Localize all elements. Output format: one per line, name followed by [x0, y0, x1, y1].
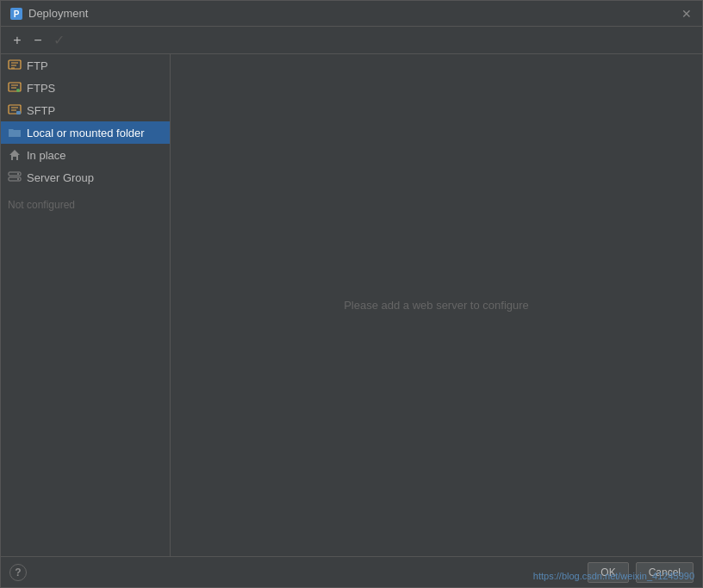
bottom-bar: ? OK Cancel [1, 556, 702, 587]
home-icon [8, 148, 22, 162]
sidebar-item-ftps[interactable]: FTPS [1, 77, 170, 99]
sidebar-item-ftp[interactable]: FTP [1, 54, 170, 77]
svg-rect-13 [16, 111, 21, 115]
bottom-left: ? [9, 564, 27, 581]
svg-point-9 [16, 89, 20, 92]
ftps-icon [8, 81, 22, 95]
ftp-icon [8, 59, 22, 72]
close-button[interactable]: ✕ [680, 7, 694, 21]
app-icon: P [9, 7, 23, 21]
sidebar-item-sftp[interactable]: SFTP [1, 99, 170, 121]
deployment-window: P Deployment ✕ + − ✓ [0, 0, 703, 588]
title-bar-left: P Deployment [9, 7, 88, 21]
sidebar-item-in-place[interactable]: In place [1, 144, 170, 166]
in-place-label: In place [27, 149, 66, 162]
main-content: FTP FTPS [1, 54, 702, 556]
window-title: Deployment [28, 7, 88, 20]
svg-point-17 [17, 173, 19, 175]
help-button[interactable]: ? [9, 564, 27, 581]
remove-button[interactable]: − [28, 31, 47, 50]
ok-button[interactable]: OK [588, 562, 628, 583]
svg-text:P: P [14, 9, 20, 19]
confirm-button[interactable]: ✓ [49, 31, 68, 50]
not-configured: Not configured [1, 189, 170, 221]
local-folder-icon [8, 126, 22, 139]
placeholder-text: Please add a web server to configure [344, 299, 529, 312]
cancel-button[interactable]: Cancel [636, 562, 694, 583]
local-folder-label: Local or mounted folder [27, 127, 145, 139]
svg-point-18 [17, 178, 19, 180]
not-configured-text: Not configured [8, 199, 75, 211]
title-bar: P Deployment ✕ [1, 1, 702, 27]
ftp-label: FTP [27, 59, 48, 72]
sftp-label: SFTP [27, 104, 55, 117]
sftp-icon [8, 103, 22, 117]
toolbar: + − ✓ [1, 27, 702, 54]
svg-rect-14 [9, 130, 21, 137]
add-button[interactable]: + [8, 31, 27, 50]
sidebar-item-server-group[interactable]: Server Group [1, 166, 170, 189]
sidebar-item-local-folder[interactable]: Local or mounted folder [1, 121, 170, 144]
server-group-icon [8, 170, 22, 184]
bottom-right: OK Cancel [588, 562, 694, 583]
ftps-label: FTPS [27, 82, 55, 95]
left-panel: FTP FTPS [1, 54, 171, 556]
server-group-label: Server Group [27, 171, 94, 184]
right-panel: Please add a web server to configure [171, 54, 702, 556]
